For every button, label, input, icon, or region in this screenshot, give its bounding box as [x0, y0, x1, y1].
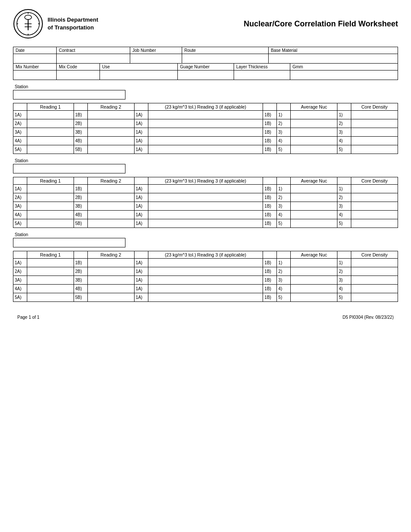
avg-nuc-cell-3[interactable]: [291, 211, 337, 219]
reading1-cell-4[interactable]: [27, 293, 74, 302]
table-1-header-row: Reading 1 Reading 2 (23 kg/m^3 tol.) Rea…: [13, 103, 398, 111]
reading2-cell-2[interactable]: [87, 128, 134, 137]
reading1-cell-2[interactable]: [27, 128, 74, 137]
reading1-cell-3[interactable]: [27, 137, 74, 145]
gmm-input[interactable]: [290, 70, 398, 80]
avg-nuc-cell-4[interactable]: [291, 219, 337, 228]
core-density-cell-4[interactable]: [351, 219, 398, 228]
core-density-cell-0[interactable]: [351, 185, 398, 193]
row-label-1a-1: 1A): [134, 267, 148, 276]
reading1-cell-0[interactable]: [27, 259, 74, 267]
row-label-1a-2: 1A): [134, 128, 148, 137]
core-density-cell-4[interactable]: [351, 145, 398, 154]
job-number-input[interactable]: [130, 54, 182, 63]
reading1-cell-3[interactable]: [27, 211, 74, 219]
core-density-cell-3[interactable]: [351, 211, 398, 219]
reading3-cell-2[interactable]: [148, 276, 263, 285]
reading2-cell-4[interactable]: [87, 219, 134, 228]
date-input[interactable]: [13, 54, 56, 63]
reading1-cell-1[interactable]: [27, 119, 74, 128]
reading2-cell-1[interactable]: [87, 119, 134, 128]
reading3-cell-3[interactable]: [148, 137, 263, 145]
avg-nuc-cell-4[interactable]: [291, 293, 337, 302]
avg-nuc-cell-0[interactable]: [291, 185, 337, 193]
station-2-input[interactable]: [13, 164, 125, 173]
reading3-cell-1[interactable]: [148, 119, 263, 128]
use-input[interactable]: [100, 70, 177, 80]
core-density-cell-2[interactable]: [351, 276, 398, 285]
reading1-cell-2[interactable]: [27, 276, 74, 285]
reading2-cell-3[interactable]: [87, 137, 134, 145]
reading2-cell-2[interactable]: [87, 202, 134, 211]
reading3-cell-0[interactable]: [148, 111, 263, 119]
mix-code-input[interactable]: [57, 70, 100, 80]
contract-input[interactable]: [57, 54, 130, 63]
station-3-input[interactable]: [13, 238, 125, 247]
reading1-cell-0[interactable]: [27, 111, 74, 119]
base-material-input[interactable]: [269, 54, 398, 63]
core-density-cell-0[interactable]: [351, 259, 398, 267]
row-label-1a-0: 1A): [134, 185, 148, 193]
row-label-b-2: 3B): [74, 128, 87, 137]
reading1-cell-4[interactable]: [27, 219, 74, 228]
reading1-cell-2[interactable]: [27, 202, 74, 211]
avg-nuc-cell-0[interactable]: [291, 111, 337, 119]
reading3-cell-3[interactable]: [148, 285, 263, 293]
reading1-cell-0[interactable]: [27, 185, 74, 193]
avg-nuc-cell-3[interactable]: [291, 285, 337, 293]
reading3-cell-4[interactable]: [148, 219, 263, 228]
avg-nuc-cell-2[interactable]: [291, 276, 337, 285]
reading1-cell-1[interactable]: [27, 267, 74, 276]
reading3-cell-4[interactable]: [148, 145, 263, 154]
reading2-cell-0[interactable]: [87, 111, 134, 119]
avg-nuc-cell-3[interactable]: [291, 137, 337, 145]
mix-number-input[interactable]: [13, 70, 56, 80]
reading3-cell-1[interactable]: [148, 193, 263, 202]
avg-nuc-cell-2[interactable]: [291, 202, 337, 211]
core-density-label-0: 1): [337, 259, 351, 267]
reading1-cell-3[interactable]: [27, 285, 74, 293]
reading2-cell-3[interactable]: [87, 211, 134, 219]
reading1-cell-1[interactable]: [27, 193, 74, 202]
reading2-cell-1[interactable]: [87, 267, 134, 276]
reading3-cell-2[interactable]: [148, 128, 263, 137]
layer-thickness-field: Layer Thickness: [234, 64, 290, 80]
reading3-cell-1[interactable]: [148, 267, 263, 276]
core-density-cell-0[interactable]: [351, 111, 398, 119]
avg-nuc-cell-1[interactable]: [291, 193, 337, 202]
core-density-cell-4[interactable]: [351, 293, 398, 302]
row-label-a-4: 5A): [13, 293, 27, 302]
core-density-cell-1[interactable]: [351, 267, 398, 276]
avg-nuc-cell-1[interactable]: [291, 267, 337, 276]
reading3-cell-2[interactable]: [148, 202, 263, 211]
reading3-cell-0[interactable]: [148, 185, 263, 193]
reading1-cell-4[interactable]: [27, 145, 74, 154]
core-density-label-4: 5): [337, 145, 351, 154]
station-1-input[interactable]: [13, 90, 125, 99]
avg-nuc-cell-2[interactable]: [291, 128, 337, 137]
avg-nuc-cell-0[interactable]: [291, 259, 337, 267]
reading3-cell-0[interactable]: [148, 259, 263, 267]
reading2-cell-4[interactable]: [87, 293, 134, 302]
route-input[interactable]: [182, 54, 268, 63]
core-density-cell-3[interactable]: [351, 285, 398, 293]
core-density-cell-1[interactable]: [351, 119, 398, 128]
layer-thickness-input[interactable]: [234, 70, 290, 80]
col2-reading1-header: Reading 1: [27, 177, 74, 185]
reading2-cell-0[interactable]: [87, 259, 134, 267]
reading2-cell-3[interactable]: [87, 285, 134, 293]
core-density-cell-2[interactable]: [351, 202, 398, 211]
guage-number-input[interactable]: [178, 70, 234, 80]
core-density-cell-2[interactable]: [351, 128, 398, 137]
reading3-cell-4[interactable]: [148, 293, 263, 302]
reading2-cell-2[interactable]: [87, 276, 134, 285]
reading3-cell-3[interactable]: [148, 211, 263, 219]
reading2-cell-0[interactable]: [87, 185, 134, 193]
reading2-cell-4[interactable]: [87, 145, 134, 154]
avg-nuc-cell-4[interactable]: [291, 145, 337, 154]
reading2-cell-1[interactable]: [87, 193, 134, 202]
core-density-cell-1[interactable]: [351, 193, 398, 202]
avg-nuc-cell-1[interactable]: [291, 119, 337, 128]
core-density-cell-3[interactable]: [351, 137, 398, 145]
col-coredensity-header: Core Density: [351, 103, 398, 111]
